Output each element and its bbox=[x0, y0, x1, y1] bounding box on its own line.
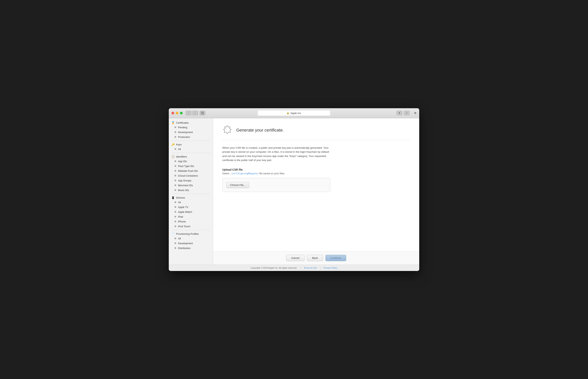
keys-label: Keys bbox=[176, 143, 182, 146]
back-button[interactable]: Back bbox=[307, 255, 323, 261]
sidebar-item-app-groups[interactable]: App Groups bbox=[169, 178, 213, 183]
prov-distribution-dot bbox=[175, 247, 176, 249]
fullscreen-icon: ⤢ bbox=[406, 112, 408, 114]
share-button[interactable]: ⬆ bbox=[397, 111, 402, 115]
prov-all-label: All bbox=[178, 237, 181, 240]
upload-section: Upload CSR file. Select .certSigningRequ… bbox=[222, 168, 410, 192]
pass-type-ids-label: Pass Type IDs bbox=[178, 165, 194, 168]
nav-buttons: ‹ › bbox=[186, 111, 198, 115]
sidebar-item-apple-watch[interactable]: Apple Watch bbox=[169, 209, 213, 214]
share-icon: ⬆ bbox=[398, 112, 400, 114]
forward-nav-button[interactable]: › bbox=[192, 111, 198, 115]
devices-label: Devices bbox=[176, 196, 185, 199]
devices-icon: 📱 bbox=[172, 196, 175, 199]
close-button[interactable] bbox=[172, 112, 174, 114]
description-text: When your CSR file is created, a public … bbox=[222, 146, 330, 162]
sidebar-item-production[interactable]: Production bbox=[169, 135, 213, 140]
devices-all-label: All bbox=[178, 201, 181, 204]
iphone-dot bbox=[175, 221, 176, 222]
page-header: Generate your certificate. bbox=[222, 125, 410, 140]
maximize-button[interactable] bbox=[180, 112, 183, 114]
divider-1 bbox=[172, 141, 210, 141]
content-body: Generate your certificate. When your CSR… bbox=[213, 118, 419, 251]
music-ids-label: Music IDs bbox=[178, 189, 189, 192]
sidebar-section-keys: 🔑 Keys bbox=[169, 142, 213, 147]
sidebar-item-apple-tv[interactable]: Apple TV bbox=[169, 205, 213, 209]
app-groups-dot bbox=[175, 180, 176, 181]
lock-icon: 🔒 bbox=[286, 112, 289, 114]
ipad-label: iPad bbox=[178, 215, 183, 218]
production-dot bbox=[175, 136, 176, 138]
sidebar-item-development[interactable]: Development bbox=[169, 130, 213, 135]
choose-file-button[interactable]: Choose File... bbox=[226, 182, 249, 188]
cancel-button[interactable]: Cancel bbox=[286, 255, 305, 261]
fullscreen-button[interactable]: ⤢ bbox=[404, 111, 410, 115]
sidebar-section-devices: 📱 Devices bbox=[169, 195, 213, 200]
apple-tv-label: Apple TV bbox=[178, 206, 188, 208]
traffic-lights bbox=[172, 112, 183, 114]
privacy-policy-link[interactable]: Privacy Policy bbox=[324, 267, 337, 269]
keys-all-label: All bbox=[178, 148, 181, 151]
sidebar-item-ipad[interactable]: iPad bbox=[169, 214, 213, 219]
prov-development-label: Development bbox=[178, 242, 193, 245]
sidebar-section-certificates: 🏅 Certificates bbox=[169, 120, 213, 125]
sidebar-section-identifiers: 📋 Identifiers bbox=[169, 154, 213, 159]
sidebar-item-iphone[interactable]: iPhone bbox=[169, 219, 213, 224]
sidebar-item-icloud-containers[interactable]: iCloud Containers bbox=[169, 173, 213, 178]
svg-marker-3 bbox=[223, 126, 231, 134]
add-tab-button[interactable]: + bbox=[414, 111, 416, 115]
devices-all-dot bbox=[175, 202, 176, 203]
pending-label: Pending bbox=[178, 126, 187, 129]
address-bar[interactable]: 🔒 Apple Inc. bbox=[257, 110, 331, 116]
certificates-icon: 🏅 bbox=[172, 121, 175, 124]
upload-subtitle-prefix: Select bbox=[222, 172, 230, 175]
sidebar-item-keys-all[interactable]: All bbox=[169, 147, 213, 152]
sidebar-item-pass-type-ids[interactable]: Pass Type IDs bbox=[169, 164, 213, 169]
sidebar-item-music-ids[interactable]: Music IDs bbox=[169, 188, 213, 193]
ipod-touch-label: iPod Touch bbox=[178, 225, 190, 228]
sidebar-item-prov-distribution[interactable]: Distribution bbox=[169, 246, 213, 251]
sidebar-item-merchant-ids[interactable]: Merchant IDs bbox=[169, 183, 213, 188]
minimize-button[interactable] bbox=[176, 112, 178, 114]
identifiers-label: Identifiers bbox=[176, 155, 187, 158]
toolbar-right: ⬆ ⤢ bbox=[397, 111, 410, 115]
content-area: Generate your certificate. When your CSR… bbox=[213, 118, 419, 265]
sidebar-toggle-button[interactable] bbox=[200, 111, 205, 115]
development-label: Development bbox=[178, 131, 193, 134]
sidebar-item-devices-all[interactable]: All bbox=[169, 200, 213, 205]
sidebar-item-prov-development[interactable]: Development bbox=[169, 241, 213, 246]
content-footer: Cancel Back Continue bbox=[213, 251, 419, 265]
copyright-text: Copyright © 2018 Apple Inc. All rights r… bbox=[251, 267, 297, 269]
development-dot bbox=[175, 131, 176, 133]
main-layout: 🏅 Certificates Pending Development Produ… bbox=[169, 118, 419, 265]
icloud-containers-dot bbox=[175, 175, 176, 176]
upload-subtitle: Select .certSigningRequest file saved on… bbox=[222, 172, 410, 175]
app-groups-label: App Groups bbox=[178, 179, 191, 182]
back-nav-button[interactable]: ‹ bbox=[186, 111, 191, 115]
sidebar-icon bbox=[201, 112, 204, 114]
titlebar: ‹ › 🔒 Apple Inc. ⬆ ⤢ ↻ bbox=[169, 108, 419, 118]
sidebar-item-ipod-touch[interactable]: iPod Touch bbox=[169, 224, 213, 229]
svg-rect-1 bbox=[201, 113, 204, 113]
upload-box: Choose File... bbox=[222, 178, 330, 192]
sidebar-item-app-ids[interactable]: App IDs bbox=[169, 159, 213, 164]
app-ids-label: App IDs bbox=[178, 160, 187, 163]
provisioning-icon: 📄 bbox=[172, 233, 175, 235]
upload-subtitle-suffix: file saved on your Mac. bbox=[258, 172, 285, 175]
terms-of-use-link[interactable]: Terms of Use bbox=[304, 267, 317, 269]
production-label: Production bbox=[178, 136, 190, 139]
sidebar-item-prov-all[interactable]: All bbox=[169, 236, 213, 241]
sidebar-item-pending[interactable]: Pending bbox=[169, 125, 213, 130]
website-push-ids-dot bbox=[175, 170, 176, 172]
prov-development-dot bbox=[175, 242, 176, 244]
back-nav-icon: ‹ bbox=[188, 112, 189, 115]
divider-privacy: | bbox=[320, 267, 321, 269]
app-ids-dot bbox=[175, 160, 176, 162]
prov-all-dot bbox=[175, 238, 176, 239]
sidebar-item-website-push-ids[interactable]: Website Push IDs bbox=[169, 169, 213, 173]
browser-window: ‹ › 🔒 Apple Inc. ⬆ ⤢ ↻ bbox=[169, 108, 419, 271]
continue-button[interactable]: Continue bbox=[325, 255, 346, 261]
divider-terms: | bbox=[300, 267, 301, 269]
keys-icon: 🔑 bbox=[172, 143, 175, 146]
keys-all-dot bbox=[175, 148, 176, 150]
